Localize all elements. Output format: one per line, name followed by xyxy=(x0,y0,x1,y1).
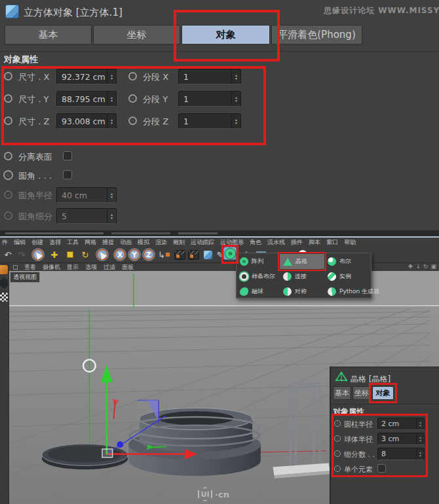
spinner[interactable]: ▴▾ xyxy=(416,448,424,459)
keyframe-dot[interactable] xyxy=(128,72,137,81)
menu-item-boole[interactable]: 布尔 xyxy=(324,254,372,269)
menu-item[interactable]: 编辑 xyxy=(14,238,26,247)
move-tool-icon[interactable]: ✚ xyxy=(48,248,61,261)
cylinder-radius-field[interactable]: 2 cm ▴▾ xyxy=(377,418,425,430)
sphere-radius-field[interactable]: 3 cm ▴▾ xyxy=(377,433,425,445)
viewport-maximize-icon[interactable]: ▣ xyxy=(430,263,436,270)
menu-item[interactable]: 角色 xyxy=(250,238,261,247)
viewport-menu-checkbox-icon[interactable] xyxy=(13,265,18,270)
spinner[interactable]: ▴▾ xyxy=(231,114,240,128)
render-view-icon[interactable] xyxy=(173,248,186,261)
menu-item[interactable]: 脚本 xyxy=(309,238,320,247)
axis-x-button[interactable]: X xyxy=(113,248,126,261)
spinner[interactable]: ▴▾ xyxy=(231,69,240,84)
lattice-tab-coordinates[interactable]: 坐标 xyxy=(353,386,371,400)
spinner[interactable]: ▴▾ xyxy=(416,433,424,444)
menu-item[interactable]: 雕刻 xyxy=(173,238,185,247)
size-x-field[interactable]: 92.372 cm ▴▾ xyxy=(56,69,117,84)
menu-item-python-generator[interactable]: Python 生成器 xyxy=(324,284,372,299)
menu-item[interactable]: 运动图形 xyxy=(220,238,244,247)
primitive-cube-icon[interactable] xyxy=(201,248,214,261)
menu-item[interactable]: 帮助 xyxy=(344,238,356,247)
menu-item-instance[interactable]: 实例 xyxy=(324,269,372,284)
last-tool-icon[interactable] xyxy=(96,248,109,261)
rotate-tool-icon[interactable]: ↻ xyxy=(79,248,92,261)
viewport-rotate-icon[interactable]: ↻ xyxy=(423,263,429,270)
menu-item-lattice[interactable]: 晶格 xyxy=(280,254,324,269)
viewport-menu-item[interactable]: 摄像机 xyxy=(43,263,60,272)
view-label[interactable]: 透视视图 xyxy=(10,272,40,283)
viewport-menu-item[interactable]: 显示 xyxy=(67,263,79,272)
keyframe-dot[interactable] xyxy=(4,94,12,103)
lattice-tab-object[interactable]: 对象 xyxy=(372,386,394,400)
keyframe-dot[interactable] xyxy=(4,117,12,125)
size-z-field[interactable]: 93.008 cm ▴▾ xyxy=(56,113,117,129)
menu-item[interactable]: 创建 xyxy=(31,238,43,247)
spinner[interactable]: ▴▾ xyxy=(107,92,116,106)
menu-item[interactable]: 渲染 xyxy=(155,238,167,247)
menu-item[interactable]: 网格 xyxy=(85,238,96,247)
scale-tool-icon[interactable] xyxy=(64,248,77,261)
menu-item-spline-boole[interactable]: 样条布尔 xyxy=(237,269,280,284)
axis-z-button[interactable]: Z xyxy=(142,248,155,261)
redo-icon[interactable]: ↷ xyxy=(15,248,28,261)
segments-y-field[interactable]: 1 ▴▾ xyxy=(178,91,241,107)
menu-item-symmetry[interactable]: 对称 xyxy=(280,284,324,299)
keyframe-dot[interactable] xyxy=(334,435,341,442)
viewport-pan-icon[interactable]: ✚ xyxy=(408,263,413,270)
generators-gear-icon[interactable] xyxy=(223,247,237,260)
spinner[interactable]: ▴▾ xyxy=(416,418,424,429)
uicn-logo: UI xyxy=(198,487,212,501)
lattice-tab-basic[interactable]: 基本 xyxy=(333,386,351,400)
menu-item[interactable]: 捕捉 xyxy=(102,238,114,247)
menu-item[interactable]: 窗口 xyxy=(326,238,338,247)
render-settings-icon[interactable] xyxy=(187,248,200,261)
segments-z-field[interactable]: 1 ▴▾ xyxy=(178,113,241,129)
keyframe-dot[interactable] xyxy=(334,450,341,457)
param-label: 尺寸 . Z xyxy=(18,116,49,128)
menu-item[interactable]: 选择 xyxy=(49,238,61,247)
tab-phong[interactable]: 平滑着色(Phong) xyxy=(271,25,362,45)
convert-object-icon[interactable] xyxy=(0,265,8,274)
keyframe-dot[interactable] xyxy=(128,94,137,103)
live-selection-icon[interactable] xyxy=(31,248,45,261)
menu-item[interactable]: 运动跟踪 xyxy=(191,238,214,247)
menu-item[interactable]: 流水线 xyxy=(267,238,285,247)
menu-item-metaball[interactable]: 融球 xyxy=(237,284,280,299)
keyframe-dot[interactable] xyxy=(334,420,341,427)
axis-y-button[interactable]: Y xyxy=(128,248,141,261)
single-element-checkbox[interactable] xyxy=(377,464,386,473)
coordinate-system-icon[interactable]: ↳ xyxy=(157,248,170,261)
viewport-zoom-icon[interactable]: ↓ xyxy=(415,263,421,270)
viewport-menu-item[interactable]: 过滤 xyxy=(104,263,115,272)
texture-mode-icon[interactable] xyxy=(0,293,8,302)
menu-item[interactable]: 工具 xyxy=(67,238,79,247)
keyframe-dot xyxy=(4,190,12,199)
menu-item[interactable]: 模拟 xyxy=(138,238,149,247)
menu-item-connect[interactable]: 连接 xyxy=(280,269,324,284)
keyframe-dot[interactable] xyxy=(4,72,12,81)
viewport-menu-item[interactable]: 选项 xyxy=(85,263,97,272)
spinner[interactable]: ▴▾ xyxy=(107,114,116,128)
undo-icon[interactable]: ↶ xyxy=(1,248,14,261)
separate-surfaces-checkbox[interactable] xyxy=(63,151,72,160)
tab-basic[interactable]: 基本 xyxy=(5,25,92,45)
spinner[interactable]: ▴▾ xyxy=(107,69,116,84)
keyframe-dot[interactable] xyxy=(3,170,13,180)
tab-object[interactable]: 对象 xyxy=(181,25,270,45)
viewport-menu-item[interactable]: 查看 xyxy=(24,263,36,272)
tab-coordinates[interactable]: 坐标 xyxy=(93,25,180,45)
menu-item-array[interactable]: 阵列 xyxy=(237,254,280,269)
keyframe-dot[interactable] xyxy=(128,117,137,125)
fillet-checkbox[interactable] xyxy=(63,170,72,179)
keyframe-dot[interactable] xyxy=(334,465,341,472)
menu-item[interactable]: 件 xyxy=(2,238,8,247)
spinner[interactable]: ▴▾ xyxy=(231,92,240,106)
size-y-field[interactable]: 88.795 cm ▴▾ xyxy=(56,91,117,107)
menu-item[interactable]: 插件 xyxy=(291,238,303,247)
segments-x-field[interactable]: 1 ▴▾ xyxy=(178,69,241,84)
viewport-menu-item[interactable]: 面板 xyxy=(122,263,134,272)
keyframe-dot[interactable] xyxy=(4,152,12,160)
menu-item[interactable]: 动画 xyxy=(120,238,132,247)
subdivision-number-field[interactable]: 8 ▴▾ xyxy=(377,448,425,460)
